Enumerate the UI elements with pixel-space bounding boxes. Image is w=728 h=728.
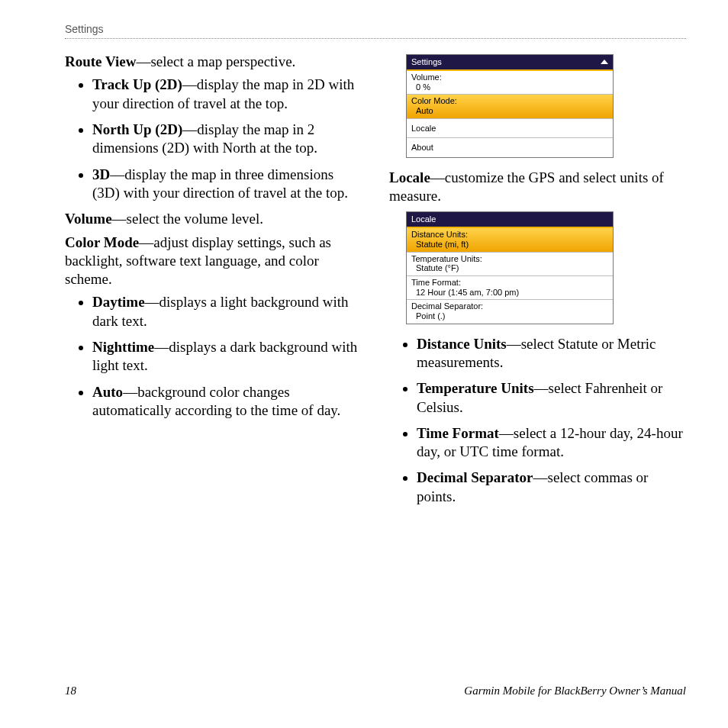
row-label: Decimal Separator: (411, 301, 608, 311)
list-term: Time Format (417, 425, 499, 441)
row-value: Point (.) (411, 311, 608, 321)
row-label: Color Mode: (411, 96, 608, 106)
page-number: 18 (65, 685, 76, 697)
screenshot-titlebar: Settings (407, 55, 613, 69)
screenshot-row-distance: Distance Units: Statute (mi, ft) (407, 228, 613, 252)
columns: Route View—select a map perspective. Tra… (65, 48, 686, 675)
locale-term: Locale (389, 169, 430, 185)
screenshot-row-locale: Locale (407, 119, 613, 139)
row-label: Temperature Units: (411, 254, 608, 264)
screenshot-title: Locale (411, 214, 436, 224)
color-mode-list: Daytime—displays a light background with… (65, 293, 362, 420)
list-term: Decimal Separator (417, 469, 533, 485)
row-value: 12 Hour (1:45 am, 7:00 pm) (411, 288, 608, 298)
scroll-up-icon (601, 60, 608, 64)
running-head: Settings (65, 23, 686, 39)
locale-list: Distance Units—select Statute or Metric … (389, 335, 686, 507)
list-item: Daytime—displays a light background with… (92, 293, 362, 330)
screenshot-row-temperature: Temperature Units: Statute (°F) (407, 253, 613, 276)
color-mode-term: Color Mode (65, 234, 139, 250)
list-term: Auto (92, 384, 123, 400)
list-item: Auto—background color changes automatica… (92, 383, 362, 420)
color-mode-para: Color Mode—adjust display settings, such… (65, 234, 362, 289)
screenshot-row-color-mode: Color Mode: Auto (407, 95, 613, 118)
row-label: About (411, 143, 608, 153)
list-item: Decimal Separator—select commas or point… (417, 469, 686, 506)
locale-para: Locale—customize the GPS and select unit… (389, 169, 686, 206)
row-value: Statute (mi, ft) (411, 240, 608, 250)
locale-screenshot: Locale Distance Units: Statute (mi, ft) … (406, 211, 614, 324)
list-item: Distance Units—select Statute or Metric … (417, 335, 686, 372)
list-term: Distance Units (417, 336, 507, 352)
list-item: North Up (2D)—display the map in 2 dimen… (92, 121, 362, 158)
screenshot-title: Settings (411, 57, 442, 66)
list-desc: —display the map in three dimensions (3D… (92, 166, 348, 201)
row-value: Auto (411, 106, 608, 116)
row-value: 0 % (411, 82, 608, 92)
row-label: Time Format: (411, 278, 608, 288)
route-view-term: Route View (65, 53, 136, 69)
list-item: Temperature Units—select Fahrenheit or C… (417, 379, 686, 417)
screenshot-row-decimal: Decimal Separator: Point (.) (407, 300, 613, 323)
list-item: Track Up (2D)—display the map in 2D with… (92, 76, 362, 113)
row-label: Locale (411, 124, 608, 134)
volume-para: Volume—select the volume level. (65, 210, 362, 228)
list-item: Nighttime—displays a dark background wit… (92, 338, 362, 375)
list-term: Nighttime (92, 339, 154, 355)
list-term: Temperature Units (417, 380, 534, 396)
route-view-desc: —select a map perspective. (136, 53, 295, 69)
row-label: Distance Units: (411, 230, 608, 240)
footer: 18 Garmin Mobile for BlackBerry Owner’s … (65, 685, 686, 697)
left-column: Route View—select a map perspective. Tra… (65, 48, 362, 675)
list-term: 3D (92, 166, 110, 182)
list-item: Time Format—select a 12-hour day, 24-hou… (417, 424, 686, 462)
screenshot-row-volume: Volume: 0 % (407, 71, 613, 95)
volume-desc: —select the volume level. (112, 211, 263, 227)
right-column: Settings Volume: 0 % Color Mode: Auto Lo… (389, 48, 686, 675)
settings-screenshot: Settings Volume: 0 % Color Mode: Auto Lo… (406, 54, 614, 158)
doc-title: Garmin Mobile for BlackBerry Owner’s Man… (464, 685, 686, 697)
screenshot-titlebar: Locale (407, 212, 613, 227)
list-term: North Up (2D) (92, 121, 182, 137)
row-value: Statute (°F) (411, 263, 608, 273)
list-term: Daytime (92, 294, 145, 310)
screenshot-row-about: About (407, 138, 613, 157)
volume-term: Volume (65, 211, 112, 227)
screenshot-row-time: Time Format: 12 Hour (1:45 am, 7:00 pm) (407, 276, 613, 300)
route-view-para: Route View—select a map perspective. (65, 53, 362, 71)
list-term: Track Up (2D) (92, 76, 182, 92)
locale-desc: —customize the GPS and select units of m… (389, 169, 664, 204)
row-label: Volume: (411, 72, 608, 82)
list-item: 3D—display the map in three dimensions (… (92, 166, 362, 203)
route-view-list: Track Up (2D)—display the map in 2D with… (65, 76, 362, 202)
manual-page: Settings Route View—select a map perspec… (0, 0, 728, 728)
list-desc: —background color changes automatically … (92, 384, 340, 418)
